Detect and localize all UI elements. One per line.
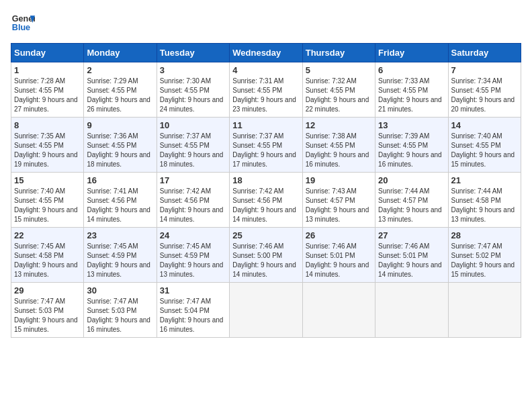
- day-number: 10: [160, 120, 226, 130]
- day-number: 30: [87, 285, 153, 295]
- calendar-cell: 4 Sunrise: 7:31 AM Sunset: 4:55 PM Dayli…: [230, 62, 302, 118]
- day-info: Sunrise: 7:31 AM Sunset: 4:55 PM Dayligh…: [232, 77, 299, 114]
- calendar-cell: 27 Sunrise: 7:46 AM Sunset: 5:01 PM Dayl…: [375, 228, 448, 283]
- day-number: 1: [14, 65, 81, 75]
- col-header-friday: Friday: [375, 44, 448, 62]
- logo-icon: General Blue: [11, 11, 35, 35]
- day-info: Sunrise: 7:47 AM Sunset: 5:03 PM Dayligh…: [14, 297, 81, 334]
- day-number: 27: [378, 230, 445, 240]
- day-number: 2: [87, 65, 153, 75]
- calendar-cell: [230, 283, 302, 338]
- day-info: Sunrise: 7:34 AM Sunset: 4:55 PM Dayligh…: [451, 77, 518, 114]
- calendar-week-3: 15 Sunrise: 7:40 AM Sunset: 4:55 PM Dayl…: [11, 173, 521, 228]
- calendar-cell: 12 Sunrise: 7:38 AM Sunset: 4:55 PM Dayl…: [302, 118, 375, 173]
- day-number: 16: [87, 175, 153, 185]
- col-header-thursday: Thursday: [302, 44, 375, 62]
- calendar-cell: 11 Sunrise: 7:37 AM Sunset: 4:55 PM Dayl…: [230, 118, 302, 173]
- calendar-cell: 3 Sunrise: 7:30 AM Sunset: 4:55 PM Dayli…: [157, 62, 229, 118]
- day-info: Sunrise: 7:42 AM Sunset: 4:56 PM Dayligh…: [160, 187, 226, 224]
- col-header-monday: Monday: [84, 44, 157, 62]
- calendar-body: 1 Sunrise: 7:28 AM Sunset: 4:55 PM Dayli…: [11, 62, 521, 338]
- calendar-cell: 14 Sunrise: 7:40 AM Sunset: 4:55 PM Dayl…: [448, 118, 521, 173]
- calendar-table: SundayMondayTuesdayWednesdayThursdayFrid…: [11, 43, 521, 338]
- calendar-cell: 29 Sunrise: 7:47 AM Sunset: 5:03 PM Dayl…: [11, 283, 84, 338]
- page-header: General Blue: [11, 11, 521, 35]
- svg-text:Blue: Blue: [12, 23, 30, 32]
- day-info: Sunrise: 7:37 AM Sunset: 4:55 PM Dayligh…: [160, 132, 226, 169]
- day-number: 19: [306, 175, 372, 185]
- calendar-cell: 25 Sunrise: 7:46 AM Sunset: 5:00 PM Dayl…: [230, 228, 302, 283]
- calendar-week-2: 8 Sunrise: 7:35 AM Sunset: 4:55 PM Dayli…: [11, 118, 521, 173]
- day-number: 22: [14, 230, 81, 240]
- day-info: Sunrise: 7:41 AM Sunset: 4:56 PM Dayligh…: [87, 187, 153, 224]
- logo: General Blue: [11, 11, 35, 35]
- day-info: Sunrise: 7:44 AM Sunset: 4:57 PM Dayligh…: [378, 187, 445, 224]
- calendar-cell: 30 Sunrise: 7:47 AM Sunset: 5:03 PM Dayl…: [84, 283, 157, 338]
- day-info: Sunrise: 7:33 AM Sunset: 4:55 PM Dayligh…: [378, 77, 445, 114]
- day-number: 4: [232, 65, 299, 75]
- calendar-cell: 7 Sunrise: 7:34 AM Sunset: 4:55 PM Dayli…: [448, 62, 521, 118]
- calendar-cell: 28 Sunrise: 7:47 AM Sunset: 5:02 PM Dayl…: [448, 228, 521, 283]
- calendar-cell: 24 Sunrise: 7:45 AM Sunset: 4:59 PM Dayl…: [157, 228, 229, 283]
- calendar-cell: 6 Sunrise: 7:33 AM Sunset: 4:55 PM Dayli…: [375, 62, 448, 118]
- calendar-cell: 8 Sunrise: 7:35 AM Sunset: 4:55 PM Dayli…: [11, 118, 84, 173]
- day-number: 11: [232, 120, 299, 130]
- calendar-cell: 20 Sunrise: 7:44 AM Sunset: 4:57 PM Dayl…: [375, 173, 448, 228]
- calendar-cell: 17 Sunrise: 7:42 AM Sunset: 4:56 PM Dayl…: [157, 173, 229, 228]
- day-number: 23: [87, 230, 153, 240]
- day-info: Sunrise: 7:35 AM Sunset: 4:55 PM Dayligh…: [14, 132, 81, 169]
- day-number: 14: [451, 120, 518, 130]
- calendar-cell: [302, 283, 375, 338]
- day-number: 12: [306, 120, 372, 130]
- day-info: Sunrise: 7:28 AM Sunset: 4:55 PM Dayligh…: [14, 77, 81, 114]
- calendar-cell: 26 Sunrise: 7:46 AM Sunset: 5:01 PM Dayl…: [302, 228, 375, 283]
- calendar-cell: 22 Sunrise: 7:45 AM Sunset: 4:58 PM Dayl…: [11, 228, 84, 283]
- day-number: 28: [451, 230, 518, 240]
- day-number: 13: [378, 120, 445, 130]
- day-number: 20: [378, 175, 445, 185]
- day-info: Sunrise: 7:32 AM Sunset: 4:55 PM Dayligh…: [306, 77, 372, 114]
- calendar-cell: 10 Sunrise: 7:37 AM Sunset: 4:55 PM Dayl…: [157, 118, 229, 173]
- calendar-cell: 9 Sunrise: 7:36 AM Sunset: 4:55 PM Dayli…: [84, 118, 157, 173]
- day-info: Sunrise: 7:45 AM Sunset: 4:58 PM Dayligh…: [14, 242, 81, 279]
- day-number: 31: [160, 285, 226, 295]
- calendar-week-5: 29 Sunrise: 7:47 AM Sunset: 5:03 PM Dayl…: [11, 283, 521, 338]
- day-info: Sunrise: 7:47 AM Sunset: 5:02 PM Dayligh…: [451, 242, 518, 279]
- day-info: Sunrise: 7:30 AM Sunset: 4:55 PM Dayligh…: [160, 77, 226, 114]
- col-header-wednesday: Wednesday: [230, 44, 302, 62]
- calendar-cell: 2 Sunrise: 7:29 AM Sunset: 4:55 PM Dayli…: [84, 62, 157, 118]
- day-info: Sunrise: 7:46 AM Sunset: 5:01 PM Dayligh…: [378, 242, 445, 279]
- day-number: 18: [232, 175, 299, 185]
- day-info: Sunrise: 7:47 AM Sunset: 5:03 PM Dayligh…: [87, 297, 153, 334]
- calendar-week-1: 1 Sunrise: 7:28 AM Sunset: 4:55 PM Dayli…: [11, 62, 521, 118]
- day-number: 17: [160, 175, 226, 185]
- day-info: Sunrise: 7:36 AM Sunset: 4:55 PM Dayligh…: [87, 132, 153, 169]
- day-info: Sunrise: 7:46 AM Sunset: 5:01 PM Dayligh…: [306, 242, 372, 279]
- day-number: 24: [160, 230, 226, 240]
- day-info: Sunrise: 7:38 AM Sunset: 4:55 PM Dayligh…: [306, 132, 372, 169]
- day-info: Sunrise: 7:37 AM Sunset: 4:55 PM Dayligh…: [232, 132, 299, 169]
- calendar-cell: 21 Sunrise: 7:44 AM Sunset: 4:58 PM Dayl…: [448, 173, 521, 228]
- calendar-cell: 5 Sunrise: 7:32 AM Sunset: 4:55 PM Dayli…: [302, 62, 375, 118]
- day-number: 5: [306, 65, 372, 75]
- day-number: 7: [451, 65, 518, 75]
- day-info: Sunrise: 7:29 AM Sunset: 4:55 PM Dayligh…: [87, 77, 153, 114]
- calendar-header-row: SundayMondayTuesdayWednesdayThursdayFrid…: [11, 44, 521, 62]
- calendar-cell: 19 Sunrise: 7:43 AM Sunset: 4:57 PM Dayl…: [302, 173, 375, 228]
- calendar-cell: [448, 283, 521, 338]
- day-number: 21: [451, 175, 518, 185]
- calendar-cell: 31 Sunrise: 7:47 AM Sunset: 5:04 PM Dayl…: [157, 283, 229, 338]
- day-info: Sunrise: 7:46 AM Sunset: 5:00 PM Dayligh…: [232, 242, 299, 279]
- day-number: 29: [14, 285, 81, 295]
- calendar-cell: 23 Sunrise: 7:45 AM Sunset: 4:59 PM Dayl…: [84, 228, 157, 283]
- day-info: Sunrise: 7:40 AM Sunset: 4:55 PM Dayligh…: [451, 132, 518, 169]
- day-number: 25: [232, 230, 299, 240]
- day-info: Sunrise: 7:44 AM Sunset: 4:58 PM Dayligh…: [451, 187, 518, 224]
- calendar-cell: 15 Sunrise: 7:40 AM Sunset: 4:55 PM Dayl…: [11, 173, 84, 228]
- day-info: Sunrise: 7:45 AM Sunset: 4:59 PM Dayligh…: [87, 242, 153, 279]
- day-number: 3: [160, 65, 226, 75]
- day-number: 8: [14, 120, 81, 130]
- day-info: Sunrise: 7:39 AM Sunset: 4:55 PM Dayligh…: [378, 132, 445, 169]
- day-number: 6: [378, 65, 445, 75]
- calendar-cell: 16 Sunrise: 7:41 AM Sunset: 4:56 PM Dayl…: [84, 173, 157, 228]
